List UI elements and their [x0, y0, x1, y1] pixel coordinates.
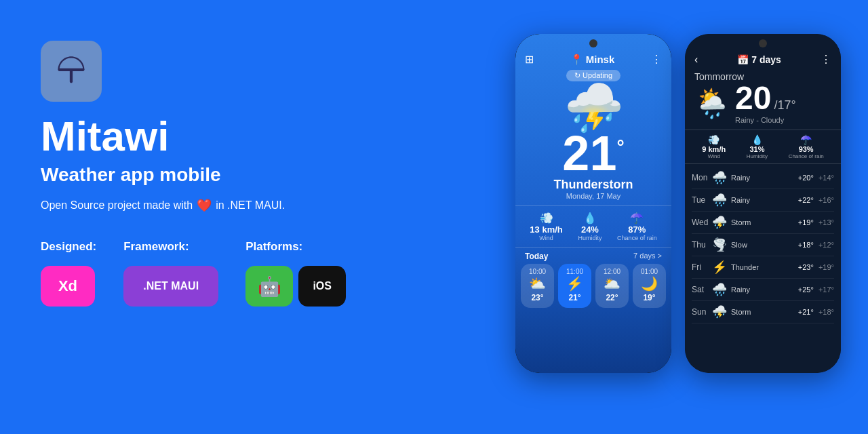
s1-fc-time1: 10:00 — [524, 268, 551, 275]
phone2: ‹ 📅 7 days ⋮ Tommorrow 🌦️ 20 /17° Rainy … — [685, 34, 841, 373]
s2-wed-cond: Storm — [731, 218, 798, 226]
badges-row: Designed: Xd Framework: .NET MAUI Platfo… — [41, 240, 434, 307]
s1-more-icon: ⋮ — [651, 53, 662, 66]
s2-tue-cond: Rainy — [731, 196, 798, 204]
humidity-icon: 💧 — [578, 212, 601, 224]
s2-thu-cond: Slow — [731, 241, 798, 249]
phone1: ⊞ 📍 Minsk ⋮ ↻ Updating ⛈️ 21° Thundersto… — [515, 34, 671, 373]
s1-fc-icon1: ⛅ — [524, 275, 551, 292]
s2-title: 📅 7 days — [737, 54, 781, 65]
platforms-group: Platforms: 🤖 iOS — [245, 240, 346, 307]
s2-sun-cond: Storm — [731, 308, 798, 316]
s2-wed-icon: ⛈️ — [712, 215, 727, 230]
s1-fc-1100: 11:00 ⚡ 21° — [558, 264, 591, 308]
s1-stats: 💨 13 km/h Wind 💧 24% Humidity ☂️ 87% Cha… — [515, 205, 671, 248]
s1-fc-icon4: 🌙 — [635, 275, 663, 292]
s1-stat-humidity: 💧 24% Humidity — [578, 212, 601, 241]
wind-icon: 💨 — [530, 212, 562, 224]
s2-more-icon: ⋮ — [821, 53, 831, 66]
s2-wed-name: Wed — [692, 218, 712, 227]
s2-days-list: Mon 🌧️ Rainy +20° +14° Tue 🌧️ Rainy +22°… — [685, 167, 841, 323]
ios-badge: iOS — [298, 266, 346, 307]
s2-day-thu: Thu 🌪️ Slow +18° +12° — [692, 234, 834, 256]
android-badge: 🤖 — [245, 266, 293, 307]
s1-fc-temp3: 22° — [598, 293, 626, 302]
framework-group: Framework: .NET MAUI — [123, 240, 218, 307]
s2-sat-cond: Rainy — [731, 285, 798, 294]
s1-updating: ↻ Updating — [515, 70, 671, 81]
s1-condition: Thunderstorn — [515, 178, 671, 192]
designed-label: Designed: — [41, 240, 96, 254]
left-panel: Mitawi Weather app mobile Open Source pr… — [41, 41, 434, 307]
s1-fc-0100: 01:00 🌙 19° — [633, 264, 666, 308]
s1-fc-icon3: 🌥️ — [598, 275, 626, 292]
s1-days-link[interactable]: 7 days > — [633, 252, 662, 261]
s2-tue-name: Tue — [692, 195, 712, 205]
s2-tom-temp: 20 — [735, 82, 771, 115]
s1-weather-icon: ⛈️ — [515, 84, 671, 132]
s2-sat-icon: 🌧️ — [712, 282, 727, 297]
s2-thu-icon: 🌪️ — [712, 237, 727, 252]
s2-fri-cond: Thunder — [731, 263, 798, 271]
s1-fc-temp2: 21° — [561, 293, 589, 302]
s2-fri-icon: ⚡ — [712, 260, 727, 275]
umbrella-icon — [54, 54, 89, 89]
s2-day-sat: Sat 🌧️ Rainy +25° +17° — [692, 279, 834, 301]
s1-humidity-val: 24% — [578, 224, 601, 235]
app-subtitle: Weather app mobile — [41, 164, 434, 186]
s1-temp-deg: ° — [616, 136, 624, 157]
s2-sat-name: Sat — [692, 285, 712, 294]
s2-fri-temps: +23° +19° — [798, 263, 834, 271]
s2-rain-val: 93% — [789, 145, 824, 153]
s1-rain-lbl: Chance of rain — [617, 235, 657, 241]
s2-day-fri: Fri ⚡ Thunder +23° +19° — [692, 256, 834, 279]
s1-fc-temp4: 19° — [635, 293, 663, 302]
s2-thu-temps: +18° +12° — [798, 241, 834, 249]
s2-wind-icon: 💨 — [702, 134, 726, 145]
app-title: Mitawi — [41, 115, 434, 157]
s2-tomorrow: Tommorrow 🌦️ 20 /17° Rainy - Cloudy — [685, 71, 841, 130]
s2-tom-icon: 🌦️ — [694, 87, 730, 120]
s2-humidity-lbl: Humidity — [747, 153, 768, 159]
s2-wind-val: 9 km/h — [702, 145, 726, 153]
s2-day-sun: Sun ⛈️ Storm +21° +18° — [692, 301, 834, 323]
s2-day-mon: Mon 🌧️ Rainy +20° +14° — [692, 167, 834, 189]
s2-thu-name: Thu — [692, 240, 712, 250]
s2-fri-name: Fri — [692, 262, 712, 272]
s1-wind-lbl: Wind — [530, 235, 562, 241]
s2-humidity-val: 31% — [747, 145, 768, 153]
s2-tom-row: 🌦️ 20 /17° Rainy - Cloudy — [694, 82, 831, 124]
s1-temp: 21° — [515, 129, 671, 178]
s2-mon-name: Mon — [692, 173, 712, 182]
app-description: Open Source project made with ❤️ in .NET… — [41, 198, 434, 213]
s1-menu-icon: ⊞ — [525, 53, 534, 66]
s2-stat-humidity: 💧 31% Humidity — [747, 134, 768, 159]
s1-fc-time4: 01:00 — [635, 268, 663, 275]
s2-sun-icon: ⛈️ — [712, 304, 727, 319]
s1-stat-wind: 💨 13 km/h Wind — [530, 212, 562, 241]
s1-fc-time2: 11:00 — [561, 268, 589, 275]
s1-rain-val: 87% — [617, 224, 657, 235]
s2-day-tue: Tue 🌧️ Rainy +22° +16° — [692, 189, 834, 212]
app-icon — [41, 41, 102, 102]
s2-rain-icon: ☂️ — [789, 134, 824, 145]
s1-wind-val: 13 km/h — [530, 224, 562, 235]
s2-wed-temps: +19° +13° — [798, 218, 834, 226]
s1-updating-badge: ↻ Updating — [566, 70, 620, 81]
s2-stat-wind: 💨 9 km/h Wind — [702, 134, 726, 159]
svg-rect-0 — [58, 68, 85, 71]
s1-forecast-header: Today 7 days > — [515, 248, 671, 264]
s2-sun-name: Sun — [692, 307, 712, 317]
s2-mon-temps: +20° +14° — [798, 174, 834, 182]
location-pin-icon: 📍 — [570, 54, 583, 66]
s2-tue-temps: +22° +16° — [798, 196, 834, 204]
s2-wind-lbl: Wind — [702, 153, 726, 159]
s2-tom-desc: Rainy - Cloudy — [735, 116, 796, 124]
s2-back-icon[interactable]: ‹ — [694, 54, 698, 66]
s2-day-wed: Wed ⛈️ Storm +19° +13° — [692, 212, 834, 234]
platforms-label: Platforms: — [245, 240, 346, 254]
s1-fc-temp1: 23° — [524, 293, 551, 302]
s1-stat-rain: ☂️ 87% Chance of rain — [617, 212, 657, 241]
s1-fc-1000: 10:00 ⛅ 23° — [521, 264, 554, 308]
framework-label: Framework: — [123, 240, 218, 254]
